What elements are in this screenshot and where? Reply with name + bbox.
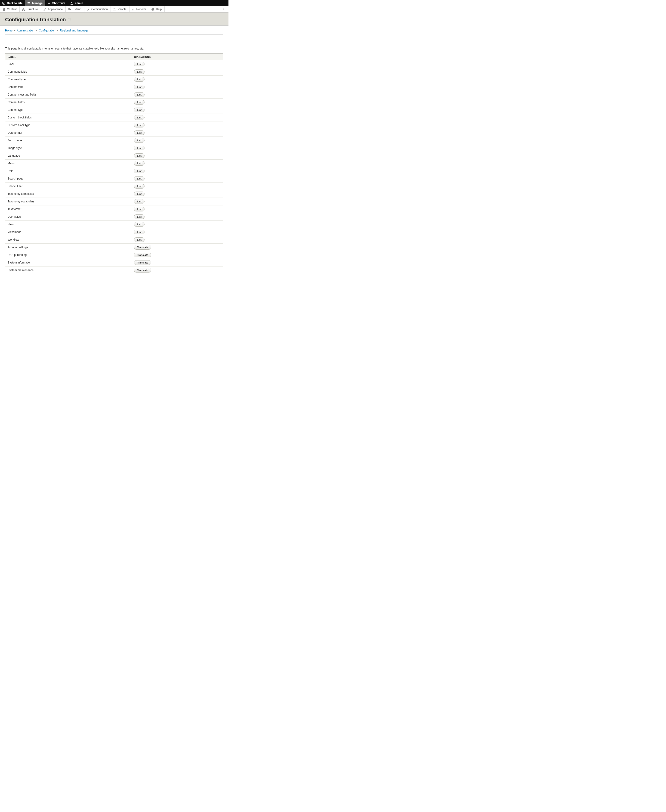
table-row: System informationTranslate (5, 259, 223, 266)
list-button[interactable]: List (134, 191, 145, 196)
row-label: Form mode (5, 137, 132, 144)
manage-button[interactable]: Manage (25, 0, 45, 6)
tray-label: Extend (73, 8, 81, 11)
tray-item-extend[interactable]: Extend (66, 6, 84, 12)
appearance-icon (43, 7, 46, 11)
svg-point-4 (71, 2, 73, 3)
table-row: LanguageList (5, 152, 223, 160)
tray-item-reports[interactable]: Reports (130, 6, 149, 12)
list-button[interactable]: List (134, 69, 145, 74)
row-label: Date format (5, 129, 132, 137)
list-button[interactable]: List (134, 107, 145, 112)
translate-button[interactable]: Translate (134, 245, 151, 249)
row-label: Taxonomy vocabulary (5, 198, 132, 205)
breadcrumb-regional[interactable]: Regional and language (60, 29, 88, 32)
row-operations: List (132, 76, 223, 83)
row-operations: List (132, 198, 223, 205)
table-row: Search pageList (5, 175, 223, 183)
row-operations: List (132, 175, 223, 183)
breadcrumb-sep: » (14, 29, 15, 32)
list-button[interactable]: List (134, 184, 145, 188)
shortcuts-button[interactable]: Shortcuts (45, 0, 68, 6)
intro-text: This page lists all configuration items … (0, 35, 229, 53)
row-operations: List (132, 236, 223, 244)
table-row: ViewList (5, 221, 223, 228)
list-button[interactable]: List (134, 176, 145, 181)
breadcrumb-sep: » (57, 29, 59, 32)
breadcrumb: Home » Administration » Configuration » … (0, 26, 229, 33)
table-row: Taxonomy vocabularyList (5, 198, 223, 205)
row-label: Custom block fields (5, 114, 132, 121)
back-to-site-button[interactable]: Back to site (0, 0, 25, 6)
list-button[interactable]: List (134, 153, 145, 158)
list-button[interactable]: List (134, 62, 145, 66)
row-operations: List (132, 83, 223, 91)
row-label: View (5, 221, 132, 228)
list-button[interactable]: List (134, 161, 145, 166)
row-label: Comment fields (5, 68, 132, 76)
table-row: View modeList (5, 228, 223, 236)
list-button[interactable]: List (134, 238, 145, 242)
user-icon (70, 2, 74, 5)
svg-rect-1 (28, 2, 30, 3)
tray-item-help[interactable]: ? Help (149, 6, 165, 12)
orientation-icon (223, 7, 227, 12)
row-label: Block (5, 60, 132, 68)
svg-rect-5 (3, 8, 4, 9)
user-label: admin (75, 2, 83, 5)
list-button[interactable]: List (134, 85, 145, 89)
tray-item-structure[interactable]: Structure (20, 6, 41, 12)
row-label: System information (5, 259, 132, 266)
svg-text:?: ? (152, 8, 153, 10)
translate-button[interactable]: Translate (134, 268, 151, 272)
list-button[interactable]: List (134, 130, 145, 135)
list-button[interactable]: List (134, 77, 145, 82)
extend-icon (68, 7, 71, 11)
row-operations: List (132, 160, 223, 167)
row-operations: List (132, 68, 223, 76)
table-row: Taxonomy term fieldsList (5, 190, 223, 198)
row-label: Content type (5, 106, 132, 114)
row-operations: List (132, 228, 223, 236)
list-button[interactable]: List (134, 100, 145, 104)
breadcrumb-home[interactable]: Home (5, 29, 13, 32)
user-button[interactable]: admin (68, 0, 86, 6)
tray-item-content[interactable]: Content (0, 6, 20, 12)
row-operations: Translate (132, 244, 223, 251)
row-operations: Translate (132, 251, 223, 259)
list-button[interactable]: List (134, 222, 145, 227)
row-label: Contact message fields (5, 91, 132, 99)
list-button[interactable]: List (134, 92, 145, 97)
orientation-toggle[interactable] (221, 6, 229, 12)
row-label: Shortcut set (5, 183, 132, 190)
list-button[interactable]: List (134, 199, 145, 204)
list-button[interactable]: List (134, 215, 145, 219)
tray-label: Structure (26, 8, 38, 11)
svg-rect-7 (23, 8, 24, 8)
row-operations: List (132, 213, 223, 221)
list-button[interactable]: List (134, 230, 145, 234)
list-button[interactable]: List (134, 207, 145, 211)
list-button[interactable]: List (134, 138, 145, 143)
row-operations: List (132, 167, 223, 175)
tray-item-appearance[interactable]: Appearance (41, 6, 66, 12)
list-button[interactable]: List (134, 168, 145, 173)
table-row: WorkflowList (5, 236, 223, 244)
back-to-site-label: Back to site (7, 2, 22, 5)
row-operations: List (132, 221, 223, 228)
list-button[interactable]: List (134, 123, 145, 127)
breadcrumb-administration[interactable]: Administration (17, 29, 35, 32)
translate-button[interactable]: Translate (134, 260, 151, 265)
breadcrumb-configuration[interactable]: Configuration (39, 29, 55, 32)
tray-item-people[interactable]: People (111, 6, 129, 12)
table-row: Account settingsTranslate (5, 244, 223, 251)
svg-rect-8 (22, 10, 23, 11)
col-label-header: LABEL (5, 54, 132, 60)
svg-point-11 (114, 8, 114, 9)
table-row: Contact formList (5, 83, 223, 91)
favorite-star-icon[interactable] (68, 18, 71, 21)
translate-button[interactable]: Translate (134, 253, 151, 257)
list-button[interactable]: List (134, 115, 145, 120)
list-button[interactable]: List (134, 146, 145, 150)
tray-item-configuration[interactable]: Configuration (84, 6, 111, 12)
